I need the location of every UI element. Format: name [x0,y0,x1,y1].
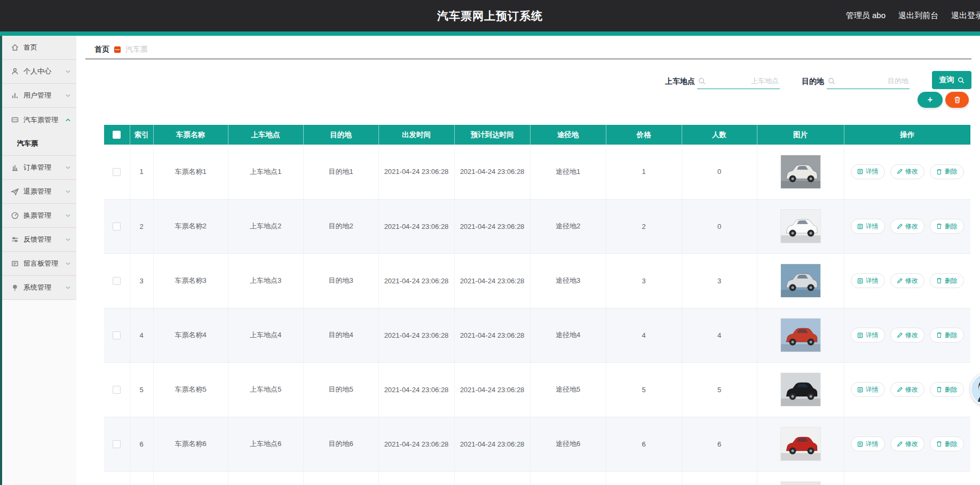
detail-button[interactable]: 详情 [851,164,885,179]
trash-icon [936,386,942,393]
breadcrumb-home-link[interactable]: 首页 [94,45,109,54]
search-icon [828,77,835,85]
row-checkbox[interactable] [113,331,121,339]
pencil-icon [897,278,903,284]
pickup-input-wrap [697,73,780,89]
cell-index: 4 [130,308,153,362]
edit-button[interactable]: 修改 [890,219,924,234]
row-checkbox[interactable] [113,168,121,176]
row-checkbox[interactable] [113,222,121,230]
sidebar-item-feedback-management[interactable]: 反馈管理 [2,228,76,252]
sidebar-subitem-ticket[interactable]: 汽车票 [2,132,76,156]
column-header: 操作 [844,125,970,145]
cell-depart: 2021-04-24 23:06:28 [378,362,454,417]
sidebar-item-personal-center[interactable]: 个人中心 [2,60,76,84]
cell-index: 6 [130,417,153,471]
main-content: 首页 汽车票 上车地点 目的地 查询 + [76,36,980,485]
row-checkbox[interactable] [113,277,121,285]
crud-toolbar: + [76,92,971,110]
edit-button[interactable]: 修改 [890,382,924,397]
detail-button[interactable]: 详情 [851,436,885,451]
sidebar-item-refund-management[interactable]: 退票管理 [2,180,76,204]
cell-dest: 目的地2 [303,199,378,253]
breadcrumb-current: 汽车票 [125,45,148,54]
query-button[interactable]: 查询 [932,71,971,89]
sidebar-subitem-label: 汽车票 [17,139,38,148]
detail-button[interactable]: 详情 [851,273,885,288]
sidebar-item-system-management[interactable]: 系统管理 [2,276,76,300]
pencil-icon [897,224,903,229]
cell-pickup: 上车地点1 [228,145,303,199]
dest-input[interactable] [837,77,910,85]
cell-price: 5 [606,362,682,417]
search-bar: 上车地点 目的地 查询 [76,71,971,92]
trash-icon [936,441,942,447]
sidebar-item-ticket-management[interactable]: 汽车票管理 [2,108,76,132]
sidebar-item-order-management[interactable]: 订单管理 [2,156,76,180]
current-user-label: 管理员 abo [846,11,886,21]
sidebar-item-home[interactable]: 首页 [2,36,76,60]
cell-price: 3 [606,253,682,308]
delete-button[interactable]: 删除 [930,328,964,343]
sidebar-item-user-management[interactable]: 用户管理 [2,84,76,108]
detail-icon [857,441,863,447]
table-row: 3 车票名称3 上车地点3 目的地3 2021-04-24 23:06:28 2… [104,253,970,308]
trash-icon [936,332,942,338]
cell-arrive: 2021-04-24 23:06:28 [454,308,530,362]
cell-count: 3 [682,253,757,308]
top-header: 汽车票网上预订系统 管理员 abo 退出到前台 退出登录 [0,0,980,31]
select-all-checkbox[interactable] [113,131,121,139]
header-select-all-cell [104,125,130,145]
cell-arrive: 2021-04-24 23:06:28 [454,471,530,485]
table-row: 6 车票名称6 上车地点6 目的地6 2021-04-24 23:06:28 2… [104,417,970,471]
cell-name: 车票名称5 [153,362,228,417]
cell-depart: 2021-04-24 23:06:28 [378,145,454,199]
query-button-label: 查询 [939,75,954,85]
delete-button[interactable]: 删除 [930,273,964,288]
sidebar-item-label: 首页 [23,43,37,52]
chevron-up-icon [65,117,71,123]
trash-icon [936,277,942,284]
cell-name: 车票名称6 [153,417,228,471]
detail-button[interactable]: 详情 [851,219,885,234]
edit-button[interactable]: 修改 [890,164,924,179]
cell-count: 7 [682,471,757,485]
logout-link[interactable]: 退出登录 [951,11,980,21]
trash-icon [936,223,942,229]
sidebar-item-exchange-management[interactable]: 换票管理 [2,204,76,228]
cell-via: 途径地3 [530,253,606,308]
delete-button[interactable]: 删除 [930,436,964,451]
edit-button[interactable]: 修改 [890,436,924,451]
cell-via: 途径地4 [530,308,606,362]
pickup-input[interactable] [708,77,780,85]
add-button[interactable]: + [918,92,943,108]
batch-delete-button[interactable] [945,92,969,108]
accent-strip [0,31,980,36]
column-header: 途径地 [530,125,606,145]
exit-to-front-link[interactable]: 退出到前台 [898,11,938,21]
cell-index: 7 [130,471,153,485]
paper-plane-icon [11,187,19,196]
detail-button[interactable]: 详情 [851,328,885,343]
sidebar-item-messageboard-management[interactable]: 留言板管理 [2,252,76,276]
row-checkbox[interactable] [113,440,121,448]
cell-pickup: 上车地点2 [228,199,303,253]
pencil-icon [897,387,903,393]
sidebar-item-label: 个人中心 [23,67,51,76]
detail-button[interactable]: 详情 [851,382,885,397]
chevron-down-icon [65,213,71,219]
delete-button[interactable]: 删除 [930,219,964,234]
row-checkbox[interactable] [113,386,121,394]
edit-button[interactable]: 修改 [890,328,924,343]
cell-index: 2 [130,199,153,253]
cell-count: 0 [682,145,757,199]
sidebar-menu: 首页 个人中心 用户管理 汽车票管理 汽车票 [2,36,76,300]
delete-button[interactable]: 删除 [930,164,964,179]
cell-dest: 目的地5 [303,362,378,417]
column-header: 图片 [757,125,844,145]
dest-label: 目的地 [802,77,824,86]
user-icon [11,67,19,76]
edit-button[interactable]: 修改 [890,273,924,288]
pin-icon [11,283,19,292]
delete-button[interactable]: 删除 [930,382,964,397]
